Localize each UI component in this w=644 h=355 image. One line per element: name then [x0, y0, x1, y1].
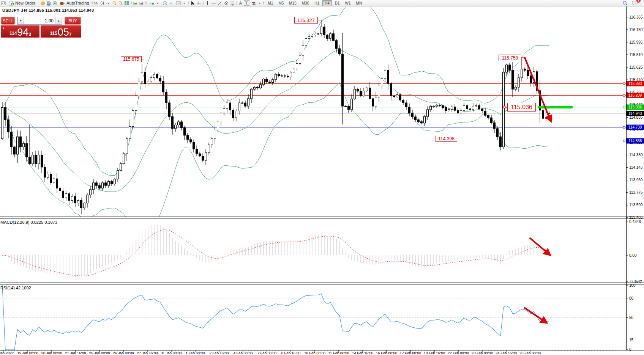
svg-text:115.209: 115.209 — [628, 93, 642, 97]
horizontal-line-tool-icon[interactable] — [211, 0, 217, 6]
timeframe-button-MN[interactable]: MN — [354, 0, 365, 6]
autotrading-button[interactable]: AutoTrading — [58, 0, 91, 6]
svg-text:24 Feb 16:00: 24 Feb 16:00 — [496, 351, 517, 355]
svg-text:80: 80 — [629, 296, 634, 300]
svg-text:115.995: 115.995 — [629, 40, 643, 44]
svg-text:16 Feb 00:00: 16 Feb 00:00 — [376, 351, 397, 355]
template-icon — [175, 0, 182, 6]
equidistant-channel-tool-icon[interactable]: E — [223, 0, 229, 6]
timeframe-button-M5[interactable]: M5 — [276, 0, 286, 6]
chart-shift-icon[interactable] — [139, 0, 145, 6]
svg-text:14 Feb 16:00: 14 Feb 16:00 — [352, 351, 373, 355]
new-order-label: New Order — [15, 1, 35, 5]
svg-text:116.180: 116.180 — [629, 28, 643, 32]
bar-chart-type-icon[interactable] — [93, 0, 99, 6]
new-order-icon — [8, 0, 14, 6]
svg-text:26 Jan 08:00: 26 Jan 08:00 — [113, 351, 134, 355]
svg-text:8 Feb 16:00: 8 Feb 16:00 — [281, 351, 301, 355]
indicators-button[interactable]: ▼ — [147, 0, 161, 6]
svg-text:100: 100 — [629, 283, 636, 287]
svg-text:25 Jan 00:00: 25 Jan 00:00 — [89, 351, 110, 355]
timeframe-button-M1[interactable]: M1 — [265, 0, 275, 6]
toolbar-drag-handle — [92, 1, 93, 5]
text-tool-icon[interactable]: A — [238, 0, 244, 6]
timeframe-button-M15[interactable]: M15 — [287, 0, 298, 6]
tile-windows-icon[interactable] — [124, 0, 130, 6]
chart-window-icon[interactable] — [0, 0, 6, 6]
toolbar-separator — [203, 1, 204, 5]
templates-button[interactable]: ▼ — [174, 0, 187, 6]
main-toolbar: New Order AutoTrading — [0, 0, 644, 6]
svg-text:15: 15 — [629, 338, 634, 342]
svg-text:28 Feb 00:00: 28 Feb 00:00 — [519, 351, 541, 355]
svg-text:113.960: 113.960 — [629, 178, 643, 182]
new-order-button[interactable]: New Order — [6, 0, 37, 6]
svg-text:11 Feb 08:00: 11 Feb 08:00 — [328, 351, 349, 355]
trading-terminal-window: New Order AutoTrading — [0, 0, 644, 355]
svg-text:18 Feb 16:00: 18 Feb 16:00 — [424, 351, 445, 355]
periods-button[interactable]: ▼ — [161, 0, 174, 6]
printer-icon[interactable] — [46, 0, 52, 6]
volume-increase-button[interactable]: ▲ — [55, 17, 62, 24]
channel-tag: E — [226, 3, 228, 6]
volume-input[interactable]: 1.00 — [24, 17, 55, 24]
auto-scroll-icon[interactable] — [133, 0, 139, 6]
dropdown-caret: ▼ — [183, 2, 186, 5]
annotation-anchor-square — [504, 106, 505, 108]
sell-price-tile[interactable]: ◆ 114 94 3 — [1, 25, 39, 38]
trendline-tool-icon[interactable] — [217, 0, 223, 6]
toolbar-separator — [236, 1, 237, 5]
candlestick-chart-type-icon[interactable] — [99, 0, 106, 6]
buy-price-tile[interactable]: 115 05 7 — [41, 25, 81, 38]
fibo-tag: F — [232, 4, 234, 6]
autotrading-icon — [59, 0, 65, 6]
buy-button[interactable]: BUY — [65, 17, 81, 25]
time-axis[interactable]: 18 Jan 202219 Jan 00:0020 Jan 08:0021 Ja… — [0, 350, 625, 355]
timeframe-button-H4[interactable]: H4 — [322, 0, 332, 6]
svg-text:50: 50 — [629, 316, 634, 320]
toolbar-drag-handle — [263, 1, 264, 5]
svg-text:115.036: 115.036 — [628, 105, 642, 109]
svg-text:2 Feb 16:00: 2 Feb 16:00 — [210, 351, 229, 355]
fibonacci-tool-icon[interactable]: F — [229, 0, 235, 6]
svg-text:21 Jan 16:00: 21 Jan 16:00 — [65, 351, 86, 355]
buy-price-big: 05 — [58, 28, 69, 37]
svg-text:115.625: 115.625 — [629, 65, 643, 69]
volume-stepper: ▼ 1.00 ▲ — [17, 17, 62, 25]
sell-price-big: 94 — [17, 28, 28, 37]
timeframe-button-D1[interactable]: D1 — [333, 0, 342, 6]
chart-area[interactable]: 116.365116.180115.995115.810115.625115.4… — [0, 0, 644, 355]
notifications-button[interactable]: 1 — [632, 0, 638, 6]
timeframe-button-M30[interactable]: M30 — [300, 0, 311, 6]
svg-text:115.810: 115.810 — [629, 53, 643, 57]
svg-text:113.590: 113.590 — [629, 203, 643, 207]
cursor-tool-icon[interactable] — [190, 0, 196, 6]
connection-icon[interactable] — [52, 0, 58, 6]
sell-button[interactable]: SELL — [1, 17, 15, 25]
coin-icon[interactable] — [39, 0, 46, 6]
vertical-line-tool-icon[interactable] — [205, 0, 211, 6]
svg-text:114.145: 114.145 — [629, 165, 643, 170]
svg-text:113.405: 113.405 — [629, 215, 643, 220]
volume-decrease-button[interactable]: ▼ — [17, 17, 24, 24]
svg-text:10 Feb 00:00: 10 Feb 00:00 — [304, 351, 325, 355]
crosshair-tool-icon[interactable] — [196, 0, 202, 6]
svg-text:27 Jan 16:00: 27 Jan 16:00 — [137, 351, 158, 355]
search-icon[interactable] — [622, 0, 628, 6]
zoom-out-icon[interactable] — [118, 0, 124, 6]
svg-text:114.943: 114.943 — [628, 112, 642, 116]
zoom-in-icon[interactable] — [112, 0, 118, 6]
timeframe-button-W1[interactable]: W1 — [343, 0, 353, 6]
text-label-tool-icon[interactable]: T — [244, 0, 249, 6]
arrows-tool-icon — [251, 0, 257, 6]
arrows-tool-button[interactable]: ▼ — [249, 0, 263, 6]
timeframe-button-H1[interactable]: H1 — [312, 0, 322, 6]
svg-text:31 Jan 00:00: 31 Jan 00:00 — [161, 351, 182, 355]
svg-text:4 Feb 00:00: 4 Feb 00:00 — [234, 351, 253, 355]
toolbar-drag-handle — [188, 1, 189, 5]
tick-direction-icon: ◆ — [3, 27, 5, 29]
svg-text:113.775: 113.775 — [629, 190, 643, 195]
svg-text:0: 0 — [629, 347, 631, 352]
line-chart-type-icon[interactable] — [106, 0, 112, 6]
svg-text:0.4346: 0.4346 — [629, 220, 641, 224]
